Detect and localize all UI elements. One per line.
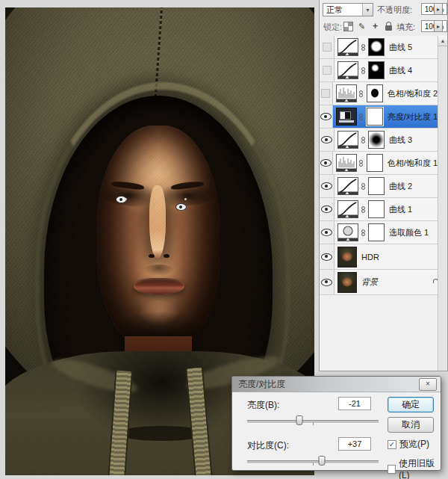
dialog-titlebar[interactable]: 亮度/对比度 × (232, 377, 441, 392)
curves-thumbnail-icon (338, 201, 358, 217)
layer-name: 曲线 2 (389, 181, 412, 192)
empty-visibility-well (321, 89, 330, 98)
visibility-toggle[interactable] (320, 152, 333, 174)
brightness-input[interactable]: -21 (338, 397, 371, 410)
lock-image-pixels-icon[interactable]: ✎ (357, 22, 367, 31)
layer-thumbnail[interactable] (337, 247, 357, 268)
layer-thumbnail[interactable] (337, 223, 358, 241)
blend-mode-value: 正常 (323, 4, 362, 16)
contrast-label: 对比度(C): (247, 439, 289, 452)
layer-mask-thumbnail[interactable] (367, 84, 383, 102)
link-icon (358, 183, 367, 190)
layer-name: 色相/饱和度 2 (388, 88, 438, 99)
layer-mask-thumbnail[interactable] (368, 61, 385, 79)
chevron-down-icon: ▾ (362, 4, 373, 16)
layer-row[interactable]: 背景 (320, 270, 438, 295)
layer-row[interactable]: HDR (320, 244, 438, 270)
layer-thumbnail[interactable] (336, 154, 357, 172)
layer-row[interactable]: 曲线 4 (320, 59, 438, 82)
contrast-slider-thumb[interactable] (319, 456, 326, 466)
visibility-toggle[interactable] (320, 198, 335, 220)
eye-icon (321, 182, 332, 190)
layer-list: 曲线 5 (320, 36, 447, 371)
layer-thumbnail[interactable] (337, 177, 358, 195)
legacy-checkbox[interactable]: ✓ 使用旧版(L) (388, 457, 441, 479)
layer-mask-thumbnail[interactable] (368, 223, 385, 241)
lock-all-icon[interactable] (384, 22, 393, 31)
layer-row[interactable]: 曲线 5 (320, 36, 438, 59)
layer-thumbnail[interactable] (337, 38, 358, 56)
empty-visibility-well (323, 66, 332, 75)
layer-row[interactable]: 色相/饱和度 1 (320, 152, 438, 175)
contrast-slider[interactable] (247, 456, 379, 466)
blend-mode-select[interactable]: 正常 ▾ (323, 3, 373, 16)
opacity-label: 不透明度: (377, 4, 412, 16)
visibility-toggle[interactable] (320, 105, 333, 128)
contrast-input[interactable]: +37 (338, 437, 371, 451)
layer-row[interactable]: 曲线 1 (320, 198, 438, 221)
layer-name: 背景 (361, 276, 378, 288)
layer-thumbnail[interactable] (336, 84, 357, 102)
opacity-spinner-icon[interactable]: ▸ (434, 3, 443, 15)
eye-icon (321, 229, 332, 236)
fill-label: 填充: (396, 22, 415, 33)
curves-thumbnail-icon (338, 39, 358, 55)
layer-name: 曲线 1 (389, 204, 412, 215)
layer-name: 曲线 3 (389, 135, 412, 146)
layer-mask-thumbnail[interactable] (367, 108, 383, 126)
brightness-slider-zero-tick (313, 422, 314, 425)
preview-checkbox-label: 预览(P) (399, 438, 429, 451)
layer-thumbnail[interactable] (337, 131, 358, 149)
lock-label: 锁定: (323, 22, 342, 33)
brightness-label: 亮度(B): (247, 399, 279, 412)
layer-mask-thumbnail[interactable] (368, 200, 385, 218)
hue-saturation-thumbnail-icon (337, 155, 356, 171)
layer-mask-thumbnail[interactable] (368, 177, 385, 195)
preview-checkbox[interactable]: ✓ 预览(P) (388, 438, 429, 451)
brightness-slider-thumb[interactable] (296, 415, 303, 425)
visibility-toggle[interactable] (320, 244, 335, 269)
contrast-slider-zero-tick (313, 463, 314, 466)
link-icon (358, 44, 367, 51)
visibility-toggle[interactable] (320, 82, 333, 105)
layer-row[interactable]: 曲线 3 (320, 129, 438, 152)
cancel-button[interactable]: 取消 (388, 417, 434, 433)
brightness-contrast-dialog: 亮度/对比度 × 亮度(B): -21 确定 取消 对比度(C): +37 ✓ … (231, 376, 441, 471)
layer-row[interactable]: 亮度/对比度 1 (320, 105, 438, 129)
layers-scrollbar[interactable]: ▲ (438, 36, 447, 371)
scroll-up-icon[interactable]: ▲ (438, 36, 447, 46)
layer-thumbnail[interactable] (337, 61, 358, 79)
hue-saturation-thumbnail-icon (337, 85, 356, 102)
link-icon (358, 206, 367, 213)
empty-visibility-well (323, 43, 332, 52)
close-icon[interactable]: × (419, 378, 437, 391)
visibility-toggle[interactable] (320, 129, 335, 151)
layer-thumbnail[interactable] (336, 108, 357, 126)
fill-spinner-icon[interactable]: ▸ (434, 20, 443, 32)
layer-mask-thumbnail[interactable] (368, 131, 385, 149)
lock-position-icon[interactable]: + (370, 22, 380, 31)
layer-row[interactable]: 曲线 2 (320, 175, 438, 198)
layer-row[interactable]: 选取颜色 1 (320, 221, 438, 244)
visibility-toggle[interactable] (320, 270, 335, 294)
curves-thumbnail-icon (338, 178, 358, 194)
curves-thumbnail-icon (338, 132, 358, 148)
link-icon (358, 137, 367, 143)
layer-thumbnail[interactable] (337, 200, 358, 218)
dialog-title: 亮度/对比度 (238, 378, 285, 391)
layer-mask-thumbnail[interactable] (367, 154, 383, 172)
link-icon (357, 160, 366, 167)
selective-color-thumbnail-icon (338, 224, 358, 241)
layers-panel: 正常 ▾ 不透明度: 100% ▸ 锁定: ✎ + 填充: 100% ▸ (319, 0, 448, 371)
layer-mask-thumbnail[interactable] (368, 38, 385, 56)
visibility-toggle[interactable] (320, 59, 335, 81)
visibility-toggle[interactable] (320, 175, 335, 197)
ok-button[interactable]: 确定 (388, 397, 434, 412)
layer-row[interactable]: 色相/饱和度 2 (320, 82, 438, 105)
layer-thumbnail[interactable] (337, 272, 357, 293)
lock-transparent-pixels-icon[interactable] (343, 22, 353, 31)
visibility-toggle[interactable] (320, 221, 335, 244)
layer-name: HDR (361, 253, 379, 262)
brightness-slider[interactable] (247, 415, 379, 426)
visibility-toggle[interactable] (320, 36, 335, 58)
